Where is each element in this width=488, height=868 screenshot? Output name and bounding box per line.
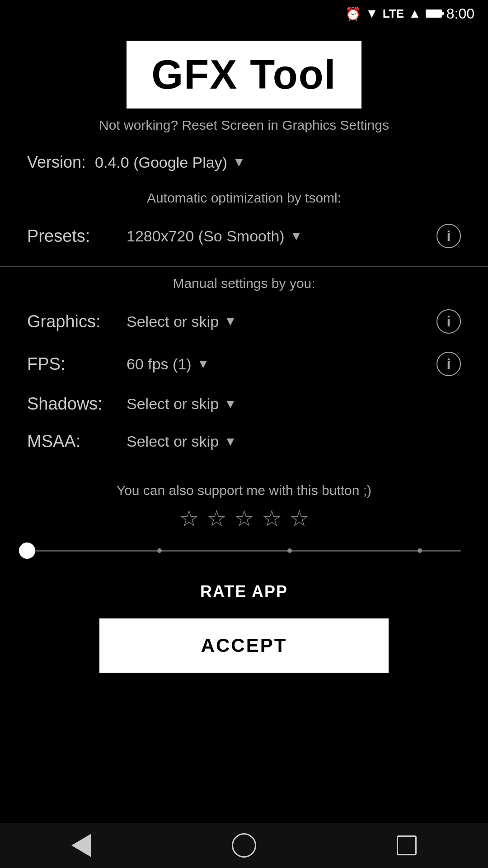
msaa-value: Select or skip	[127, 433, 219, 450]
star-3[interactable]: ☆	[234, 505, 254, 532]
star-4[interactable]: ☆	[262, 505, 282, 532]
shadows-value: Select or skip	[127, 395, 219, 413]
fps-row: FPS: 60 fps (1) ▼ i	[27, 343, 461, 385]
slider-thumb[interactable]	[19, 542, 35, 559]
accept-button[interactable]: ACCEPT	[99, 618, 389, 673]
fps-info-btn[interactable]: i	[436, 352, 461, 376]
msaa-row: MSAA: Select or skip ▼	[27, 423, 461, 460]
graphics-row: Graphics: Select or skip ▼ i	[27, 300, 461, 343]
recent-apps-icon	[397, 835, 417, 855]
presets-label: Presets:	[27, 226, 117, 246]
home-icon	[232, 833, 256, 858]
version-label: Version:	[27, 153, 86, 172]
version-value: 0.4.0 (Google Play)	[95, 154, 227, 171]
wifi-icon: ▼	[366, 6, 378, 21]
fps-label: FPS:	[27, 354, 117, 374]
presets-section-title: Automatic optimization by tsoml:	[27, 190, 461, 206]
slider-tick-2	[287, 548, 292, 553]
lte-icon: LTE	[383, 7, 404, 21]
time-display: 8:00	[446, 5, 474, 22]
presets-value: 1280x720 (So Smooth)	[127, 227, 285, 245]
version-row: Version: 0.4.0 (Google Play) ▼	[0, 144, 488, 181]
shadows-row: Shadows: Select or skip ▼	[27, 385, 461, 423]
manual-section-title: Manual settings by you:	[27, 276, 461, 291]
stars-row[interactable]: ☆ ☆ ☆ ☆ ☆	[179, 505, 310, 532]
app-logo-text: GFX Tool	[151, 52, 336, 98]
star-5[interactable]: ☆	[289, 505, 310, 532]
back-icon	[71, 834, 91, 857]
graphics-dropdown-arrow: ▼	[224, 314, 237, 329]
graphics-dropdown[interactable]: Select or skip ▼	[127, 313, 237, 330]
back-button[interactable]	[63, 827, 99, 863]
msaa-dropdown-arrow: ▼	[224, 434, 237, 449]
fps-value: 60 fps (1)	[127, 355, 192, 373]
shadows-dropdown-arrow: ▼	[224, 397, 237, 411]
version-dropdown-arrow: ▼	[233, 155, 245, 170]
home-button[interactable]	[226, 827, 262, 863]
presets-dropdown-arrow: ▼	[290, 229, 303, 243]
status-bar: ⏰ ▼ LTE ▲ 8:00	[0, 0, 488, 27]
msaa-dropdown[interactable]: Select or skip ▼	[127, 433, 237, 450]
app-logo: GFX Tool	[127, 41, 361, 108]
presets-dropdown[interactable]: 1280x720 (So Smooth) ▼	[127, 227, 302, 245]
slider-track	[27, 550, 461, 552]
rate-app-button[interactable]: RATE APP	[0, 570, 488, 614]
slider-container	[0, 550, 488, 552]
hint-text: Not working? Reset Screen in Graphics Se…	[99, 118, 389, 133]
support-text: You can also support me with this button…	[117, 483, 371, 498]
manual-section: Manual settings by you: Graphics: Select…	[0, 267, 488, 469]
shadows-dropdown[interactable]: Select or skip ▼	[127, 395, 237, 413]
presets-row: Presets: 1280x720 (So Smooth) ▼ i	[27, 215, 461, 257]
signal-icon: ▲	[408, 6, 421, 21]
navigation-bar	[0, 823, 488, 868]
fps-dropdown-arrow: ▼	[197, 357, 210, 371]
presets-info-btn[interactable]: i	[436, 224, 461, 248]
status-icons: ⏰ ▼ LTE ▲ 8:00	[345, 5, 474, 22]
graphics-label: Graphics:	[27, 312, 117, 331]
fps-dropdown[interactable]: 60 fps (1) ▼	[127, 355, 209, 373]
msaa-label: MSAA:	[27, 432, 117, 451]
star-1[interactable]: ☆	[179, 505, 199, 532]
graphics-info-btn[interactable]: i	[436, 309, 461, 334]
star-2[interactable]: ☆	[206, 505, 227, 532]
graphics-value: Select or skip	[127, 313, 219, 330]
battery-icon	[426, 9, 442, 18]
slider-tick-3	[418, 548, 422, 553]
shadows-label: Shadows:	[27, 394, 117, 414]
version-dropdown[interactable]: 0.4.0 (Google Play) ▼	[95, 154, 245, 171]
main-content: GFX Tool Not working? Reset Screen in Gr…	[0, 27, 488, 745]
slider-tick-1	[157, 548, 162, 553]
alarm-icon: ⏰	[345, 6, 361, 21]
recent-apps-button[interactable]	[389, 827, 425, 863]
presets-section: Automatic optimization by tsoml: Presets…	[0, 181, 488, 266]
